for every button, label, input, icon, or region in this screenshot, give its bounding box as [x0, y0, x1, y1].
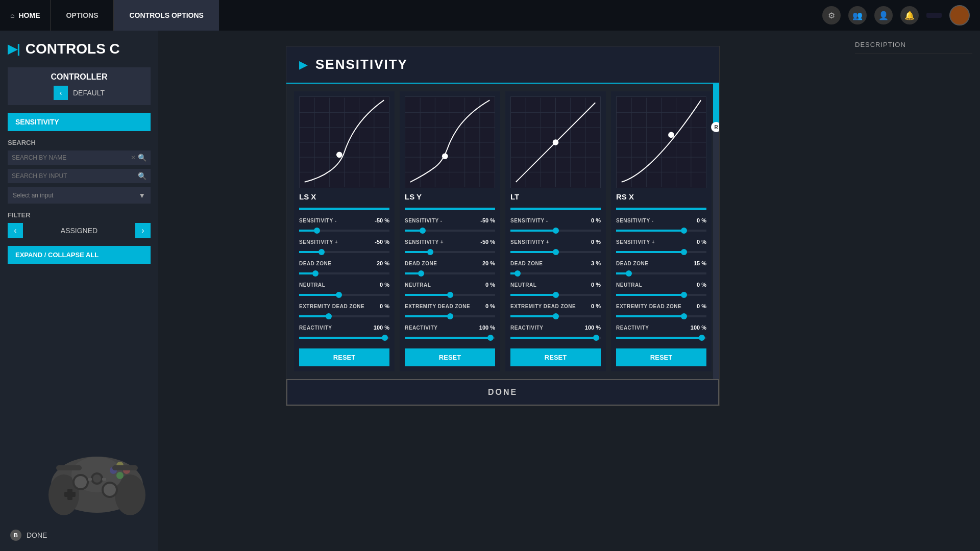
modal-header: ▶ SENSITIVITY [286, 46, 719, 84]
reset-rs-x-button[interactable]: RESET [616, 348, 706, 366]
ctrl-rs-x-deadzone-label: DEAD ZONE [616, 261, 686, 266]
b-button-label: B [14, 532, 18, 538]
ctrl-ls-y-extdz-slider[interactable] [405, 315, 495, 317]
avatar[interactable] [949, 5, 970, 26]
filter-value: ASSIGNED [27, 227, 131, 235]
ctrl-ls-x-sens-minus-slider[interactable] [299, 230, 389, 232]
ctrl-ls-x-neutral-slider[interactable] [299, 294, 389, 296]
profile-icon-btn[interactable]: 👤 [874, 6, 893, 24]
notifications-icon-btn[interactable]: 🔔 [900, 6, 919, 24]
friends-icon-btn[interactable]: 👥 [848, 6, 867, 24]
topbar-icons: ⚙ 👥 👤 🔔 [822, 5, 980, 26]
search-by-input-icon[interactable]: 🔍 [138, 172, 146, 180]
svg-rect-19 [102, 478, 106, 481]
ctrl-ls-y-deadzone-value: 20 % [475, 260, 495, 266]
scroll-thumb[interactable] [713, 84, 719, 124]
card-ls-x: LS X SENSITIVITY - -50 % SENSITIVITY [294, 91, 395, 371]
options-button[interactable]: OPTIONS [51, 0, 114, 31]
ctrl-lt-neutral-slider[interactable] [510, 294, 601, 296]
modal-body: LS X SENSITIVITY - -50 % SENSITIVITY [286, 84, 719, 379]
sensitivity-button[interactable]: SENSITIVITY [8, 113, 151, 131]
ctrl-ls-x-neutral-row: NEUTRAL 0 % [299, 282, 389, 288]
search-by-name-input[interactable] [12, 154, 131, 161]
home-button[interactable]: ⌂ HOME [0, 0, 51, 31]
search-clear-icon[interactable]: ✕ [131, 154, 136, 161]
ctrl-lt-deadzone-slider[interactable] [510, 272, 601, 274]
card-ls-x-label: LS X [299, 192, 389, 201]
ctrl-lt-extdz-row: EXTREMITY DEAD ZONE 0 % [510, 303, 601, 309]
filter-next-button[interactable]: › [135, 223, 151, 238]
home-icon: ⌂ [10, 11, 14, 19]
ctrl-rs-x-deadzone-slider[interactable] [616, 272, 706, 274]
ctrl-lt-reactivity-value: 100 % [580, 324, 601, 331]
ctrl-rs-x-sens-minus-slider[interactable] [616, 230, 706, 232]
ctrl-ls-x-extdz-label: EXTREMITY DEAD ZONE [299, 304, 369, 309]
ctrl-rs-x-deadzone-row: DEAD ZONE 15 % [616, 260, 706, 266]
ctrl-ls-y-sens-minus-row: SENSITIVITY - -50 % [405, 217, 495, 223]
ctrl-ls-x-deadzone-value: 20 % [369, 260, 389, 266]
reset-lt-button[interactable]: RESET [510, 348, 601, 366]
card-ls-y-label: LS Y [405, 192, 495, 201]
svg-point-15 [93, 474, 101, 483]
modal-done-button[interactable]: DONE [286, 379, 719, 406]
ctrl-rs-x-extdz-label: EXTREMITY DEAD ZONE [616, 304, 686, 309]
ctrl-ls-y-deadzone-slider[interactable] [405, 272, 495, 274]
ctrl-rs-x-neutral-slider[interactable] [616, 294, 706, 296]
ctrl-rs-x-reactivity-slider[interactable] [616, 337, 706, 339]
svg-point-5 [75, 476, 87, 488]
search-icon[interactable]: 🔍 [138, 154, 146, 162]
reset-ls-x-button[interactable]: RESET [299, 348, 389, 366]
ctrl-ls-y-sens-plus-label: SENSITIVITY + [405, 239, 475, 245]
select-input-dropdown[interactable]: Select an input ▼ [8, 187, 151, 204]
svg-rect-17 [112, 465, 138, 470]
ctrl-ls-y-extdz-row: EXTREMITY DEAD ZONE 0 % [405, 303, 495, 309]
ctrl-ls-x-sens-plus-label: SENSITIVITY + [299, 239, 369, 245]
ctrl-ls-x-sens-plus-slider[interactable] [299, 251, 389, 253]
ctrl-ls-x-reactivity-slider[interactable] [299, 337, 389, 339]
ctrl-rs-x-sens-plus-slider[interactable] [616, 251, 706, 253]
ctrl-ls-y-neutral-slider[interactable] [405, 294, 495, 296]
ctrl-ls-y-sens-plus-row: SENSITIVITY + -50 % [405, 239, 495, 245]
curve-rs-x [617, 97, 706, 188]
ctrl-rs-x-sens-minus-value: 0 % [686, 217, 706, 223]
svg-rect-9 [64, 492, 76, 497]
ctrl-ls-y-sens-minus-slider[interactable] [405, 230, 495, 232]
ctrl-rs-x-neutral-label: NEUTRAL [616, 282, 686, 288]
ctrl-lt-extdz-slider[interactable] [510, 315, 601, 317]
ctrl-ls-x-deadzone-slider[interactable] [299, 272, 389, 274]
select-input-label: Select an input [13, 192, 138, 199]
ctrl-lt-deadzone-row: DEAD ZONE 3 % [510, 260, 601, 266]
ctrl-lt-reactivity-row: REACTIVITY 100 % [510, 324, 601, 331]
filter-nav: ‹ ASSIGNED › [8, 223, 151, 238]
ctrl-lt-reactivity-slider[interactable] [510, 337, 601, 339]
sensitivity-modal: ▶ SENSITIVITY [286, 46, 720, 406]
modal-title: SENSITIVITY [315, 57, 408, 72]
search-by-input-input[interactable] [12, 172, 138, 180]
controls-options-tab[interactable]: CONTROLS OPTIONS [114, 0, 218, 31]
controls-options-label: CONTROLS OPTIONS [129, 11, 203, 19]
ctrl-ls-x-sens-minus-label: SENSITIVITY - [299, 218, 369, 223]
ctrl-lt-sens-minus-value: 0 % [580, 217, 601, 223]
card-ls-x-progress [299, 208, 389, 210]
controller-prev-button[interactable]: ‹ [54, 86, 68, 100]
ctrl-ls-y-sens-plus-slider[interactable] [405, 251, 495, 253]
ctrl-ls-y-sens-plus-value: -50 % [475, 239, 495, 245]
scrollbar[interactable]: R [713, 84, 719, 379]
sidebar-title-text: CONTROLS C [26, 41, 120, 57]
ctrl-lt-sens-minus-slider[interactable] [510, 230, 601, 232]
ctrl-ls-y-reactivity-row: REACTIVITY 100 % [405, 324, 495, 331]
sensitivity-label: SENSITIVITY [15, 118, 59, 126]
ctrl-ls-y-neutral-row: NEUTRAL 0 % [405, 282, 495, 288]
settings-icon-btn[interactable]: ⚙ [822, 6, 841, 24]
expand-collapse-button[interactable]: EXPAND / COLLAPSE ALL [8, 246, 151, 264]
ctrl-ls-x-extdz-slider[interactable] [299, 315, 389, 317]
filter-prev-button[interactable]: ‹ [8, 223, 23, 238]
reset-ls-y-button[interactable]: RESET [405, 348, 495, 366]
ctrl-rs-x-extdz-slider[interactable] [616, 315, 706, 317]
curve-lt [511, 97, 600, 188]
svg-point-64 [668, 132, 674, 138]
card-ls-y-progress [405, 208, 495, 210]
ctrl-lt-sens-plus-slider[interactable] [510, 251, 601, 253]
topbar: ⌂ HOME OPTIONS CONTROLS OPTIONS ⚙ 👥 👤 🔔 [0, 0, 980, 31]
ctrl-ls-y-reactivity-slider[interactable] [405, 337, 495, 339]
